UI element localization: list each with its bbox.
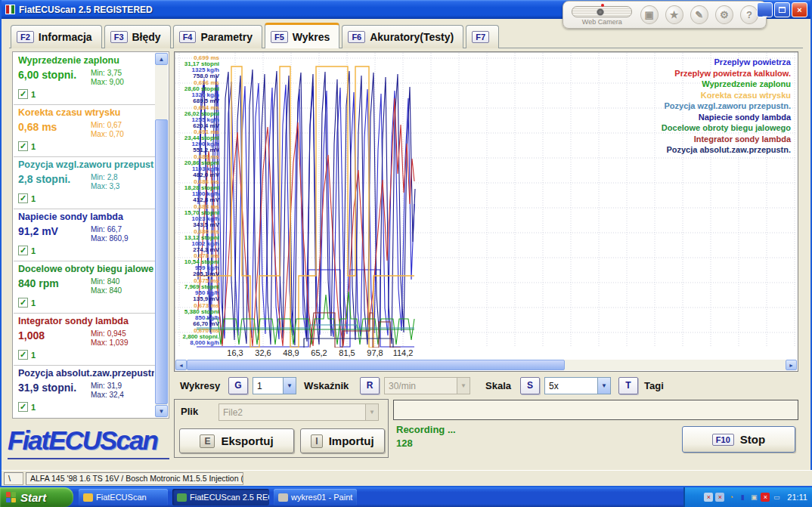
close-button[interactable]: × bbox=[792, 2, 807, 17]
importuj-label: Importuj bbox=[329, 434, 374, 447]
checkbox-checked-icon[interactable]: ✓ bbox=[18, 193, 28, 203]
checkbox-label: 1 bbox=[31, 142, 36, 151]
scroll-up-icon[interactable]: ▲ bbox=[155, 53, 168, 65]
checkbox-checked-icon[interactable]: ✓ bbox=[18, 402, 28, 412]
tab-F7[interactable]: F7 bbox=[466, 25, 499, 48]
wskaznik-key-button[interactable]: R bbox=[360, 377, 380, 394]
x-tick-label: 97,8 bbox=[367, 348, 383, 357]
sidebar-scrollbar[interactable]: ▲ ▼ bbox=[155, 53, 168, 417]
fkey-F7-icon: F7 bbox=[472, 31, 489, 43]
parameter-item: Docelowe obroty biegu jalowe840 rpmMin: … bbox=[14, 261, 156, 314]
checkbox-checked-icon[interactable]: ✓ bbox=[18, 298, 28, 308]
parameter-checkbox-row: ✓1 bbox=[18, 350, 154, 360]
tab-F2[interactable]: F2Informacja bbox=[11, 25, 102, 48]
checkbox-label: 1 bbox=[31, 246, 36, 255]
tools-icon[interactable]: ⚙ bbox=[715, 5, 733, 24]
checkbox-checked-icon[interactable]: ✓ bbox=[18, 141, 28, 151]
tab-bar: F2InformacjaF3BłędyF4ParametryF5WykresF6… bbox=[11, 25, 499, 48]
eksportuj-key-icon: E bbox=[200, 434, 215, 448]
wykresy-select[interactable]: 1 ▼ bbox=[253, 377, 296, 394]
update-icon[interactable]: ◔ bbox=[727, 493, 736, 502]
tagi-key-button[interactable]: T bbox=[618, 377, 638, 394]
legend-item: Integrator sondy lambda bbox=[662, 134, 791, 145]
scroll-right-icon[interactable]: ► bbox=[786, 360, 797, 370]
taskbar-task[interactable]: FiatECUScan 2.5 REG... bbox=[172, 489, 269, 505]
wykresy-key-button[interactable]: G bbox=[228, 377, 248, 394]
network-offline-icon-2[interactable]: × bbox=[715, 493, 724, 502]
restore-icon bbox=[779, 7, 786, 13]
parameter-value-row: 0,68 msMin: 0,67Max: 0,70 bbox=[18, 121, 154, 139]
scroll-left-icon[interactable]: ◄ bbox=[175, 360, 187, 370]
importuj-button[interactable]: I Importuj bbox=[300, 428, 385, 453]
parameter-max: Max: 1,039 bbox=[91, 339, 128, 348]
favorites-icon[interactable]: ★ bbox=[665, 5, 683, 24]
checkbox-checked-icon[interactable]: ✓ bbox=[18, 246, 28, 255]
fkey-F6-icon: F6 bbox=[348, 31, 365, 43]
scrollbar-thumb[interactable] bbox=[155, 119, 168, 404]
chevron-down-icon: ▼ bbox=[365, 404, 378, 420]
webcam-led-icon bbox=[601, 4, 604, 7]
security-alert-icon[interactable]: × bbox=[761, 493, 770, 502]
tab-F5[interactable]: F5Wykres bbox=[265, 23, 339, 48]
parameter-value-row: 91,2 mVMin: 66,7Max: 860,9 bbox=[18, 225, 154, 243]
webcam-lens-icon bbox=[597, 8, 604, 16]
skala-select[interactable]: 5x ▼ bbox=[544, 377, 611, 394]
tab-F4[interactable]: F4Parametry bbox=[173, 25, 262, 48]
checkbox-checked-icon[interactable]: ✓ bbox=[18, 89, 28, 99]
y-label-mv: 551,2 mV bbox=[175, 147, 219, 153]
y-label-cluster: 0,683 ms15,70 stopni1023 kg/h343,5 mV bbox=[175, 204, 219, 228]
plot-area[interactable]: 0,699 ms31,17 stopni1325 kg/h758,0 mV0,6… bbox=[175, 53, 797, 348]
parameter-checkbox-row: ✓1 bbox=[18, 193, 154, 203]
parameter-minmax: Min: 31,9Max: 32,4 bbox=[91, 382, 124, 400]
stop-button[interactable]: F10 Stop bbox=[682, 426, 795, 453]
chart-scrollbar[interactable]: ◄ ► bbox=[175, 360, 797, 370]
parameter-min: Min: 2,8 bbox=[91, 173, 119, 182]
help-icon[interactable]: ? bbox=[740, 5, 758, 24]
skala-label: Skala bbox=[485, 380, 511, 391]
taskbar-task[interactable]: FiatECUScan bbox=[79, 489, 168, 505]
eksportuj-button[interactable]: E Eksportuj bbox=[179, 428, 294, 453]
wykresy-select-value: 1 bbox=[253, 381, 283, 391]
edit-capture-icon[interactable]: ✎ bbox=[690, 5, 708, 24]
parameter-min: Min: 0,67 bbox=[91, 121, 124, 130]
webcam-toolbar: Web Camera ▣★✎⚙? bbox=[563, 1, 767, 29]
taskbar-task[interactable]: wykres01 - Paint bbox=[274, 489, 357, 505]
wskaznik-select-value: 30/min bbox=[385, 381, 457, 391]
tab-F3[interactable]: F3Błędy bbox=[104, 25, 171, 48]
start-button[interactable]: Start bbox=[0, 487, 73, 507]
y-label-cluster: 0,699 ms31,17 stopni1325 kg/h758,0 mV bbox=[175, 55, 219, 79]
file-section: Plik File2 ▼ E Eksportuj I Importuj bbox=[174, 399, 389, 458]
minimize-button[interactable]: _ bbox=[757, 2, 773, 17]
chart-scrollbar-thumb[interactable] bbox=[187, 360, 565, 370]
camera-icon[interactable]: ▣ bbox=[749, 493, 758, 502]
chevron-down-icon[interactable]: ▼ bbox=[597, 378, 610, 394]
checkbox-checked-icon[interactable]: ✓ bbox=[18, 350, 28, 360]
webcam-label: Web Camera bbox=[571, 18, 634, 26]
tab-F6[interactable]: F6Akuratory(Testy) bbox=[342, 25, 463, 48]
skala-select-value: 5x bbox=[545, 381, 597, 391]
skala-key-button[interactable]: S bbox=[520, 377, 540, 394]
chevron-down-icon[interactable]: ▼ bbox=[283, 378, 296, 394]
task-icon bbox=[278, 493, 288, 502]
parameter-value: 1,008 bbox=[18, 329, 91, 342]
battery-icon[interactable]: ▮ bbox=[738, 493, 747, 502]
eksportuj-label: Eksportuj bbox=[221, 434, 273, 447]
checkbox-label: 1 bbox=[31, 90, 36, 99]
windows-logo-icon bbox=[6, 492, 17, 502]
parameter-name: Korekta czasu wtrysku bbox=[18, 107, 154, 118]
display-icon[interactable]: ▭ bbox=[772, 493, 781, 502]
window-buttons: _ × bbox=[757, 2, 807, 17]
series-Pozycja wzgl.zaworu przepustn. bbox=[197, 325, 414, 328]
scroll-down-icon[interactable]: ▼ bbox=[155, 405, 168, 417]
parameter-list: Wyprzedzenie zaplonu6,00 stopni.Min: 3,7… bbox=[14, 53, 156, 417]
parameter-value: 840 rpm bbox=[18, 277, 91, 289]
x-tick-label: 48,9 bbox=[283, 348, 299, 357]
tab-label: Akuratory(Testy) bbox=[370, 31, 454, 43]
network-offline-icon[interactable]: × bbox=[704, 493, 713, 502]
display-properties-icon[interactable]: ▣ bbox=[640, 5, 659, 24]
restore-button[interactable] bbox=[774, 2, 790, 17]
tab-label: Informacja bbox=[39, 31, 92, 43]
taskbar: Start FiatECUScanFiatECUScan 2.5 REG...w… bbox=[0, 487, 812, 507]
parameter-max: Max: 9,00 bbox=[91, 78, 124, 87]
start-label: Start bbox=[20, 491, 46, 504]
